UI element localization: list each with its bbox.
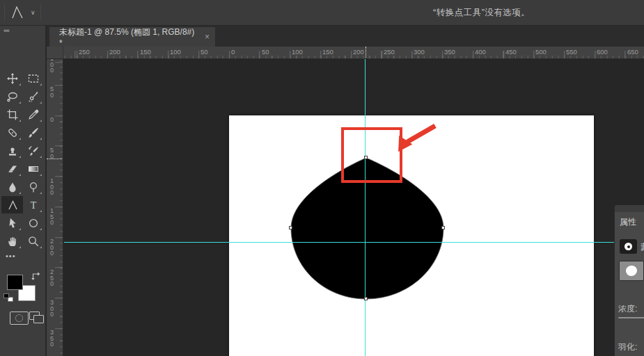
density-label: 浓度: [618,303,637,315]
h-ruler-label: 550 [566,48,577,56]
crop-tool[interactable] [2,106,23,123]
h-ruler-label: 500 [535,48,547,56]
h-ruler-label: 350 [444,48,455,56]
h-ruler-label: 100 [170,48,181,56]
swap-colors-icon[interactable] [31,270,42,283]
h-ruler-label: 650 [627,48,638,56]
h-ruler-label: 0 [231,48,235,56]
v-ruler-label: 350 [49,330,55,348]
v-ruler-label: 250 [49,269,55,287]
h-ruler-label: 50 [262,48,269,56]
density-slider[interactable] [618,317,644,318]
h-ruler-label: 200 [353,48,364,56]
v-ruler-label: 100 [49,59,55,74]
v-ruler-label: 50 [49,86,55,98]
v-ruler-label: 150 [49,208,55,226]
collapse-panel-button[interactable]: «« [3,27,9,34]
ellipse-shape-tool[interactable] [23,214,44,232]
quick-mask-icon [15,314,23,322]
h-ruler-label: 250 [79,48,90,56]
path-anchor-point[interactable] [289,226,292,229]
mask-thumbnail[interactable] [619,261,644,281]
eyedropper-tool[interactable] [23,106,44,123]
v-ruler-label: 0 [49,117,55,123]
pixel-mask-icon[interactable] [620,239,637,254]
lasso-tool[interactable] [2,88,23,105]
tab-close-icon[interactable]: × [205,32,210,42]
annotation-arrow-icon [386,117,442,159]
h-ruler-label: 450 [505,48,517,56]
path-anchor-point[interactable] [364,297,368,300]
divider [40,4,41,21]
ruler-corner[interactable] [47,47,63,59]
screen-mode-button[interactable] [29,312,45,325]
h-ruler-label: 300 [414,48,425,56]
type-glyph: T [31,200,37,211]
feather-label: 羽化: [618,341,637,353]
v-ruler-label: 100 [49,178,55,196]
h-ruler-label: 600 [597,48,608,56]
spot-healing-brush-tool[interactable] [2,124,23,141]
h-ruler-label: 150 [322,48,333,56]
path-anchor-point[interactable] [364,156,368,159]
history-brush-tool[interactable] [23,142,44,159]
tab-properties[interactable]: 属性 [620,216,636,228]
quick-mask-button[interactable] [10,312,29,325]
convert-point-tool[interactable] [1,196,23,213]
ruler-cursor-indicator [366,47,366,59]
convert-point-tool-icon[interactable] [8,3,32,22]
path-anchor-point[interactable] [441,226,445,229]
gradient-tool[interactable] [23,160,44,177]
h-ruler-label: 200 [109,48,120,56]
h-ruler-label: 100 [292,48,303,56]
blur-tool[interactable] [2,178,23,195]
hand-tool[interactable] [2,232,23,250]
horizontal-guide[interactable] [64,242,614,243]
brush-tool[interactable] [23,124,44,141]
path-selection-tool[interactable] [2,214,23,232]
v-ruler-label: 300 [49,300,55,318]
tool-panel: «« [0,26,46,356]
dodge-tool[interactable] [23,178,44,195]
mask-shape-preview [626,266,637,276]
document-tab-title: 未标题-1 @ 87.5% (椭圆 1, RGB/8#) * [59,26,198,48]
shape-layer[interactable] [64,59,644,356]
type-tool[interactable]: T [23,196,44,213]
h-ruler-label: 150 [140,48,151,56]
document-tab[interactable]: 未标题-1 @ 87.5% (椭圆 1, RGB/8#) * × [49,27,215,47]
quick-selection-tool[interactable] [23,88,44,105]
h-ruler-label: 50 [201,48,208,56]
divider [4,4,5,21]
v-ruler-label: 50 [49,147,55,159]
mask-title: 蒙版 [641,241,644,253]
document-tab-bar: 未标题-1 @ 87.5% (椭圆 1, RGB/8#) * × [47,26,644,47]
chevron-down-icon[interactable]: ∨ [31,9,36,16]
zoom-tool[interactable] [23,232,44,250]
options-bar: ∨ “转换点工具”没有选项。 [0,0,644,26]
edit-toolbar-button[interactable]: ••• [6,252,16,260]
marquee-tool[interactable] [23,70,44,87]
ruler-cursor-indicator [47,159,63,159]
vertical-ruler[interactable]: 10050050100150200250300350 [47,59,63,356]
default-colors-icon[interactable] [3,293,13,302]
clone-stamp-tool[interactable] [2,142,23,159]
eraser-tool[interactable] [2,160,23,177]
move-tool[interactable] [2,70,23,87]
panel-header-strip [615,205,644,212]
v-ruler-label: 200 [49,238,55,257]
properties-panel: 属性 蒙版 浓度: 羽化: [614,205,644,356]
h-ruler-label: 250 [384,48,395,56]
foreground-color-swatch[interactable] [7,275,23,290]
horizontal-ruler[interactable]: 2502001501005005010015020025030035040045… [63,47,644,59]
h-ruler-label: 400 [475,48,486,56]
options-bar-message: “转换点工具”没有选项。 [433,7,530,19]
vertical-guide[interactable] [365,59,366,356]
